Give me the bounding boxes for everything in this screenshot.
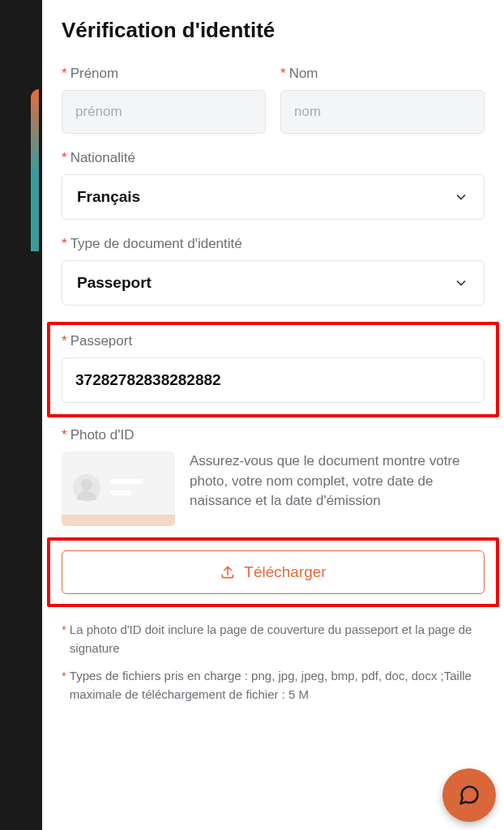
first-name-input[interactable] xyxy=(62,90,266,134)
identity-verification-card: Vérification d'identité *Prénom *Nom *Na… xyxy=(42,0,504,830)
note-2: *Types de fichiers pris en charge : png,… xyxy=(62,666,485,704)
photo-id-label: *Photo d'ID xyxy=(62,427,485,443)
passport-label: *Passeport xyxy=(62,333,485,349)
nationality-label: *Nationalité xyxy=(62,150,485,166)
passport-field: *Passeport xyxy=(62,333,485,403)
passport-highlight: *Passeport xyxy=(47,322,499,417)
upload-button-label: Télécharger xyxy=(244,563,326,581)
last-name-label: *Nom xyxy=(280,66,485,82)
doc-type-label: *Type de document d'identité xyxy=(62,236,485,252)
nationality-select[interactable]: Français xyxy=(62,174,485,220)
chat-icon xyxy=(458,784,481,806)
chat-support-button[interactable] xyxy=(442,768,496,822)
passport-input[interactable] xyxy=(62,357,485,403)
doc-type-select[interactable]: Passeport xyxy=(62,260,485,306)
chevron-down-icon xyxy=(453,275,469,291)
first-name-label: *Prénom xyxy=(62,66,266,82)
photo-id-field: *Photo d'ID Assurez-vous que le document… xyxy=(62,427,485,526)
nationality-selected-value: Français xyxy=(77,188,140,206)
nationality-field: *Nationalité Français xyxy=(62,150,485,220)
page-title: Vérification d'identité xyxy=(62,18,485,43)
note-1: *La photo d'ID doit inclure la page de c… xyxy=(62,620,485,658)
side-accent-stripe xyxy=(31,89,39,251)
id-card-placeholder-icon xyxy=(62,451,175,526)
first-name-field: *Prénom xyxy=(62,66,266,134)
upload-button[interactable]: Télécharger xyxy=(62,550,485,594)
upload-highlight: Télécharger xyxy=(47,537,499,607)
chevron-down-icon xyxy=(453,189,469,205)
doc-type-field: *Type de document d'identité Passeport xyxy=(62,236,485,306)
doc-type-selected-value: Passeport xyxy=(77,274,152,292)
upload-icon xyxy=(220,564,236,580)
photo-id-hint: Assurez-vous que le document montre votr… xyxy=(190,451,485,511)
last-name-field: *Nom xyxy=(280,66,485,134)
last-name-input[interactable] xyxy=(280,90,485,134)
